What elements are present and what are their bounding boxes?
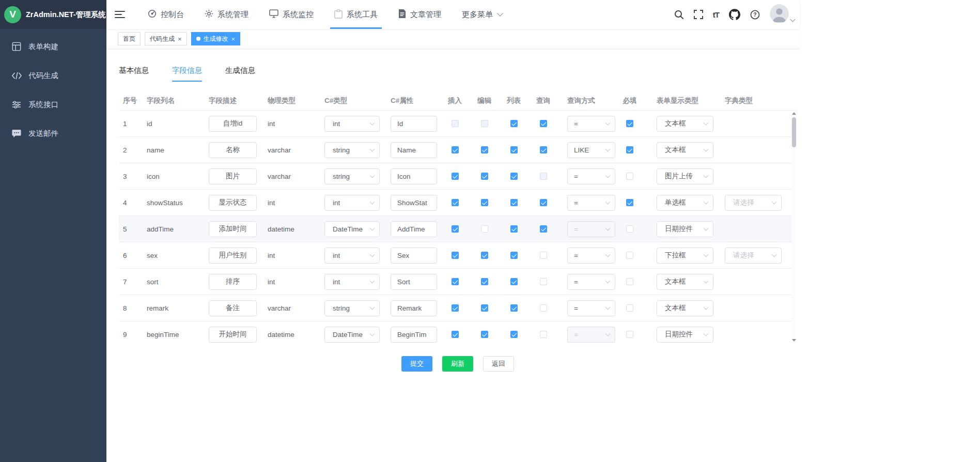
field-desc-input[interactable] xyxy=(209,327,257,343)
query-checkbox[interactable] xyxy=(540,278,547,285)
cstype-select[interactable]: int xyxy=(324,116,380,132)
required-checkbox[interactable] xyxy=(626,252,633,259)
tab-basic-info[interactable]: 基本信息 xyxy=(119,66,149,82)
querytype-select[interactable]: = xyxy=(567,300,615,316)
topnav-item-system-tools[interactable]: 系统工具 xyxy=(324,0,388,29)
csprop-input[interactable] xyxy=(391,274,437,290)
list-checkbox[interactable] xyxy=(510,278,518,285)
topnav-item-system-manage[interactable]: 系统管理 xyxy=(194,0,259,29)
query-checkbox[interactable] xyxy=(540,173,547,180)
topnav-item-dashboard[interactable]: 控制台 xyxy=(137,0,194,29)
csprop-input[interactable] xyxy=(391,168,437,184)
help-icon[interactable]: ? xyxy=(750,10,760,20)
user-menu[interactable] xyxy=(770,4,795,25)
query-checkbox[interactable] xyxy=(540,331,547,338)
sidebar-item-send-mail[interactable]: 发送邮件 xyxy=(0,119,106,148)
tag-gen-modify[interactable]: 生成修改 × xyxy=(191,32,241,45)
tab-field-info[interactable]: 字段信息 xyxy=(172,66,202,82)
querytype-select[interactable]: = xyxy=(567,274,615,290)
list-checkbox[interactable] xyxy=(510,146,518,153)
close-icon[interactable]: × xyxy=(178,36,182,42)
display-type-select[interactable]: 单选框 xyxy=(657,195,713,211)
fullscreen-icon[interactable] xyxy=(694,10,703,19)
required-checkbox[interactable] xyxy=(626,120,633,127)
field-desc-input[interactable] xyxy=(209,195,257,211)
query-checkbox[interactable] xyxy=(540,120,547,127)
required-checkbox[interactable] xyxy=(626,225,633,233)
topnav-item-more-menu[interactable]: 更多菜单 xyxy=(452,0,512,29)
display-type-select[interactable]: 文本框 xyxy=(657,142,713,158)
field-desc-input[interactable] xyxy=(209,274,257,290)
scroll-up-button[interactable] xyxy=(791,111,797,116)
cstype-select[interactable]: string xyxy=(324,168,380,184)
edit-checkbox[interactable] xyxy=(481,120,488,127)
cstype-select[interactable]: DateTime xyxy=(324,327,380,343)
submit-button[interactable]: 提交 xyxy=(401,356,432,372)
list-checkbox[interactable] xyxy=(510,304,518,312)
display-type-select[interactable]: 图片上传 xyxy=(657,168,713,184)
querytype-select[interactable]: LIKE xyxy=(567,142,615,158)
query-checkbox[interactable] xyxy=(540,304,547,312)
query-checkbox[interactable] xyxy=(540,252,547,259)
refresh-button[interactable]: 刷新 xyxy=(442,356,473,372)
display-type-select[interactable]: 文本框 xyxy=(657,274,713,290)
scroll-down-button[interactable] xyxy=(791,337,797,343)
display-type-select[interactable]: 文本框 xyxy=(657,116,713,132)
cstype-select[interactable]: int xyxy=(324,274,380,290)
display-type-select[interactable]: 文本框 xyxy=(657,300,713,316)
insert-checkbox[interactable] xyxy=(452,304,459,312)
cstype-select[interactable]: int xyxy=(324,248,380,264)
querytype-select[interactable]: = xyxy=(567,195,615,211)
field-desc-input[interactable] xyxy=(209,142,257,158)
tag-code-gen[interactable]: 代码生成 × xyxy=(145,32,187,45)
display-type-select[interactable]: 日期控件 xyxy=(657,327,713,343)
querytype-select[interactable]: = xyxy=(567,116,615,132)
list-checkbox[interactable] xyxy=(510,331,518,338)
insert-checkbox[interactable] xyxy=(452,252,459,259)
edit-checkbox[interactable] xyxy=(481,252,488,259)
csprop-input[interactable] xyxy=(391,300,437,316)
query-checkbox[interactable] xyxy=(540,146,547,153)
dict-type-select[interactable]: 请选择 xyxy=(725,248,782,264)
insert-checkbox[interactable] xyxy=(452,146,459,153)
csprop-input[interactable] xyxy=(391,221,437,237)
required-checkbox[interactable] xyxy=(626,173,633,180)
required-checkbox[interactable] xyxy=(626,146,633,153)
querytype-select[interactable]: = xyxy=(567,327,615,343)
edit-checkbox[interactable] xyxy=(481,278,488,285)
list-checkbox[interactable] xyxy=(510,120,518,127)
topnav-item-article-manage[interactable]: 文章管理 xyxy=(388,0,452,29)
querytype-select[interactable]: = xyxy=(567,168,615,184)
required-checkbox[interactable] xyxy=(626,331,633,338)
edit-checkbox[interactable] xyxy=(481,304,488,312)
required-checkbox[interactable] xyxy=(626,199,633,206)
tag-home[interactable]: 首页 xyxy=(118,32,141,45)
font-size-icon[interactable]: tT xyxy=(713,10,719,19)
cstype-select[interactable]: DateTime xyxy=(324,221,380,237)
edit-checkbox[interactable] xyxy=(481,331,488,338)
query-checkbox[interactable] xyxy=(540,199,547,206)
scrollbar-thumb[interactable] xyxy=(792,117,796,147)
collapse-menu-icon[interactable] xyxy=(106,0,133,29)
csprop-input[interactable] xyxy=(391,195,437,211)
required-checkbox[interactable] xyxy=(626,278,633,285)
edit-checkbox[interactable] xyxy=(481,225,488,233)
required-checkbox[interactable] xyxy=(626,304,633,312)
list-checkbox[interactable] xyxy=(510,173,518,180)
cstype-select[interactable]: int xyxy=(324,195,380,211)
field-desc-input[interactable] xyxy=(209,168,257,184)
edit-checkbox[interactable] xyxy=(481,199,488,206)
back-button[interactable]: 返回 xyxy=(483,356,514,372)
cstype-select[interactable]: string xyxy=(324,142,380,158)
csprop-input[interactable] xyxy=(391,327,437,343)
cstype-select[interactable]: string xyxy=(324,300,380,316)
tab-gen-info[interactable]: 生成信息 xyxy=(225,66,255,82)
display-type-select[interactable]: 日期控件 xyxy=(657,221,713,237)
topnav-item-system-monitor[interactable]: 系统监控 xyxy=(259,0,324,29)
field-desc-input[interactable] xyxy=(209,300,257,316)
field-desc-input[interactable] xyxy=(209,221,257,237)
insert-checkbox[interactable] xyxy=(452,120,459,127)
insert-checkbox[interactable] xyxy=(452,173,459,180)
field-desc-input[interactable] xyxy=(209,116,257,132)
csprop-input[interactable] xyxy=(391,116,437,132)
